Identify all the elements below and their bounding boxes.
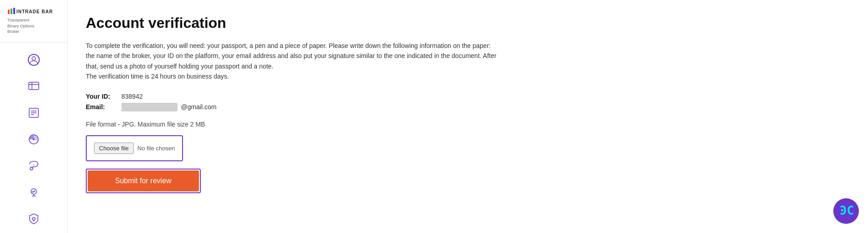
profile-icon (26, 53, 41, 67)
logo-tagline: Transparent Binary Options Broker (7, 17, 60, 35)
svg-point-13 (33, 138, 35, 140)
svg-point-3 (28, 54, 39, 65)
sidebar-item-verification[interactable] (4, 180, 63, 204)
svg-line-15 (31, 167, 34, 167)
description-text: To complete the verification, you will n… (86, 41, 497, 82)
support-icon (26, 159, 41, 173)
no-file-text: No file chosen (137, 145, 175, 152)
submit-container: Submit for review (86, 169, 201, 193)
sidebar: INTRADE BAR Transparent Binary Options B… (0, 0, 68, 233)
analytics-icon (26, 132, 41, 147)
email-domain: @gmail.com (181, 103, 217, 111)
email-masked: ████████████ (121, 103, 178, 111)
logo: INTRADE BAR (7, 7, 60, 16)
submit-button[interactable]: Submit for review (88, 170, 199, 191)
nav-items (0, 48, 67, 231)
support-chat-avatar[interactable]: ϿC (833, 198, 859, 224)
logo-icon (7, 7, 16, 16)
email-label: Email: (86, 103, 118, 111)
id-row: Your ID: 838942 (86, 93, 850, 100)
sidebar-item-support[interactable] (4, 154, 63, 178)
id-label: Your ID: (86, 93, 118, 100)
logo-area: INTRADE BAR Transparent Binary Options B… (0, 7, 67, 42)
main-content: Account verification To complete the ver… (68, 0, 868, 233)
svg-text:ϿC: ϿC (840, 204, 854, 217)
verification-icon (26, 185, 41, 200)
choose-file-button[interactable]: Choose file (94, 143, 134, 154)
email-row: Email: ████████████ @gmail.com (86, 103, 850, 111)
sidebar-item-trading[interactable] (4, 74, 63, 98)
svg-rect-2 (13, 8, 15, 14)
history-icon (26, 106, 41, 120)
page-title: Account verification (86, 15, 850, 32)
sidebar-item-analytics[interactable] (4, 127, 63, 151)
sidebar-item-history[interactable] (4, 101, 63, 125)
sidebar-item-profile[interactable] (4, 48, 63, 72)
svg-line-21 (33, 191, 35, 192)
logo-text: INTRADE BAR (16, 9, 53, 14)
svg-point-16 (33, 164, 34, 165)
file-format-note: File format - JPG. Maximum file size 2 M… (86, 121, 850, 128)
svg-point-4 (32, 57, 36, 60)
svg-point-14 (30, 167, 33, 170)
chat-avatar-icon: ϿC (838, 203, 854, 219)
file-upload-container: Choose file No file chosen (86, 135, 183, 161)
trading-icon (26, 79, 41, 94)
sidebar-item-security[interactable] (4, 207, 63, 231)
svg-rect-1 (10, 9, 12, 14)
user-info: Your ID: 838942 Email: ████████████ @gma… (86, 93, 850, 111)
svg-rect-5 (29, 82, 39, 90)
id-value: 838942 (121, 93, 143, 100)
security-icon (26, 212, 41, 226)
svg-rect-0 (8, 10, 10, 14)
svg-point-22 (32, 217, 35, 220)
file-input-wrapper: Choose file No file chosen (94, 143, 175, 154)
